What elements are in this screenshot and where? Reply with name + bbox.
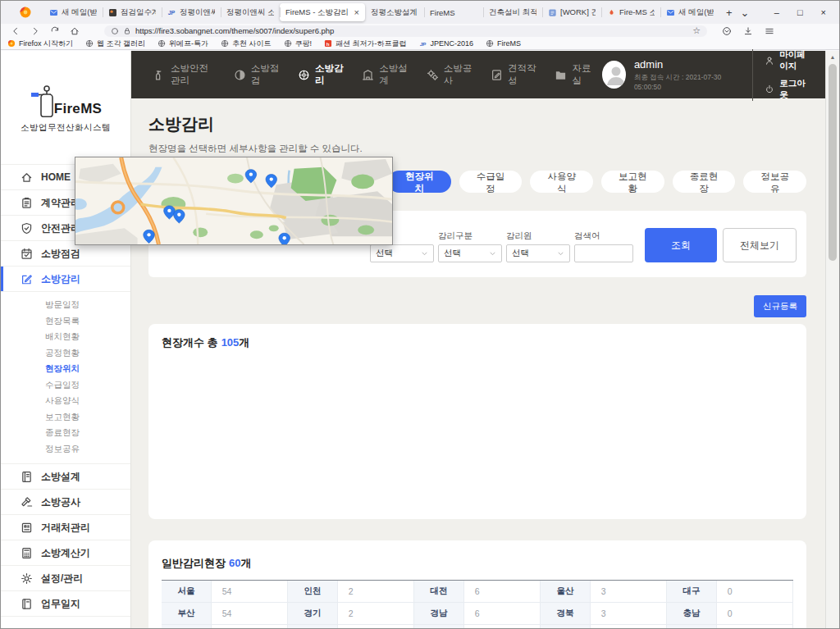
forward-icon[interactable] — [30, 26, 40, 36]
bookmark-item[interactable]: 위메프-특가 — [158, 39, 208, 49]
browser-tab[interactable]: 정평이앤씨 소방안전 — [221, 3, 280, 21]
sidebar-item-label: 소방계산기 — [41, 546, 90, 560]
app-logo[interactable]: FireMS 소방업무전산화시스템 — [1, 51, 130, 153]
scroll-up-icon[interactable]: ▲ — [826, 51, 839, 62]
download-icon[interactable] — [743, 26, 753, 36]
filter-select-supervisor[interactable]: 선택 — [506, 244, 570, 262]
sidebar-item[interactable]: 업무일지 — [1, 590, 130, 616]
bookmark-item[interactable]: JP JPENC-2016 — [419, 39, 474, 48]
bookmark-item[interactable]: FireMS — [486, 39, 521, 48]
browser-tab[interactable]: JP 정평이앤씨 소방 — [162, 3, 221, 21]
browser-tab[interactable]: 새 메일(받은메일 — [660, 3, 719, 21]
sidebar-subitem[interactable]: 종료현장 — [1, 425, 130, 441]
sidebar-subitem[interactable]: 사용양식 — [1, 393, 130, 409]
keyword-input[interactable] — [574, 244, 633, 262]
sidebar-subitem[interactable]: 공정현황 — [1, 345, 130, 362]
section-tab[interactable]: 종료현장 — [673, 171, 736, 193]
bookmark-item[interactable]: 쿠팡! — [284, 39, 313, 49]
sidebar-item[interactable]: 소방계산기 — [1, 540, 130, 565]
site-count-value: 105 — [221, 336, 240, 349]
firefox-icon[interactable] — [19, 6, 32, 19]
bookmark-item[interactable]: h 패션 최저가-하프클럽 — [324, 39, 407, 49]
region-cell: 전북 — [414, 625, 464, 628]
sidebar-subitem[interactable]: 수급일정 — [1, 377, 130, 394]
topnav-item[interactable]: 소방공사 — [418, 62, 482, 87]
region-cell: 서울 — [162, 581, 212, 602]
topnav-item[interactable]: 소방안전관리 — [144, 62, 225, 87]
register-button[interactable]: 신규등록 — [754, 295, 806, 317]
sidebar-item[interactable]: 소방감리 — [1, 266, 130, 291]
user-action[interactable]: 마이페이지 — [765, 49, 814, 72]
back-icon[interactable] — [11, 26, 21, 36]
section-tab[interactable]: 정보공유 — [743, 171, 806, 193]
topnav-item-label: 견적작성 — [508, 62, 536, 87]
url-field[interactable]: https://fire3.sobangnet.com/theme/s007/i… — [104, 25, 707, 37]
section-tab[interactable]: 현장위치 — [388, 171, 451, 193]
user-name: admin — [634, 58, 733, 71]
section-tab[interactable]: 보고현황 — [601, 171, 664, 193]
avatar[interactable] — [602, 61, 626, 89]
doc-icon — [548, 8, 557, 17]
browser-tab[interactable]: 건축설비 최적화 시스 — [483, 3, 542, 21]
view-all-button[interactable]: 전체보기 — [723, 228, 797, 262]
reload-icon[interactable] — [50, 26, 60, 36]
sidebar-subitem[interactable]: 보고현황 — [1, 409, 130, 426]
bookmark-item[interactable]: 웹 조각 갤러리 — [85, 39, 145, 49]
list-tabs-button[interactable]: ⌄ — [741, 7, 750, 18]
pocket-icon[interactable] — [722, 26, 732, 36]
sidebar-subitem[interactable]: 현장위치 — [1, 361, 130, 377]
new-tab-button[interactable]: + — [726, 7, 733, 18]
sidebar-subitem[interactable]: 배치현황 — [1, 329, 130, 345]
region-value-cell: 2 — [338, 625, 414, 628]
topnav-item[interactable]: 견적작성 — [482, 62, 546, 87]
browser-tab[interactable]: 정평소방설계 프로그 — [365, 3, 424, 21]
user-action[interactable]: 로그아웃 — [765, 78, 814, 101]
page-scrollbar[interactable]: ▲ — [825, 51, 839, 628]
tab-label: FireMS - 소방감리 — [285, 7, 349, 18]
topnav-item[interactable]: 소방점검 — [225, 62, 289, 87]
topnav-item[interactable]: 소방설계 — [353, 62, 417, 87]
sidebar-item[interactable]: 거래처관리 — [1, 514, 130, 540]
url-text[interactable]: https://fire3.sobangnet.com/theme/s007/i… — [135, 26, 688, 35]
browser-tabbar: 새 메일(받은메일 점검일수계산기 JP 정평이앤씨 소방 — [1, 1, 839, 24]
window-minimize-button[interactable]: – — [774, 7, 779, 17]
bookmark-item[interactable]: Firefox 시작하기 — [7, 39, 73, 49]
filter-select-supervision-type[interactable]: 선택 — [438, 244, 502, 262]
home-icon[interactable] — [70, 26, 80, 36]
browser-tab[interactable]: FireMS - 소방감리 × — [280, 3, 365, 21]
section-tab[interactable]: 수급일정 — [459, 171, 523, 193]
sidebar-subitem[interactable]: 방문일정 — [1, 297, 130, 313]
browser-tab[interactable]: FireMS — [424, 3, 483, 21]
browser-tab[interactable]: Fire-MS 소방넷 — [601, 3, 660, 21]
browser-tab[interactable]: 점검일수계산기 — [103, 3, 162, 21]
map-overlay[interactable] — [75, 157, 393, 245]
bookmark-item[interactable]: 추천 사이트 — [221, 39, 272, 49]
shield-icon[interactable] — [111, 27, 119, 35]
filter-select-1[interactable]: 선택 — [370, 244, 434, 262]
topnav-item[interactable]: 자료실 — [546, 62, 602, 87]
sidebar-item[interactable]: 설정/관리 — [1, 565, 130, 590]
window-close-button[interactable]: × — [821, 7, 826, 17]
region-value-cell: 0 — [717, 625, 793, 628]
menu-icon[interactable] — [765, 26, 774, 36]
sidebar-item[interactable]: 소방공사 — [1, 489, 130, 514]
scrollbar-thumb[interactable] — [829, 64, 837, 261]
browser-tab[interactable]: [WORK] 건축설비 — [542, 3, 601, 21]
section-tab[interactable]: 사용양식 — [530, 171, 593, 193]
jp-icon: JP — [167, 8, 176, 17]
region-summary-card: 일반감리현장60개 서울54인천2대전6울산3대구0부산54경기2경남6경북3충… — [148, 540, 806, 628]
section-tabs: 현장위치 수급일정 사용양식 보고현황 종료현장 정보공유 — [388, 171, 806, 193]
bookmark-star-icon[interactable]: ☆ — [692, 25, 701, 36]
sidebar-subitem[interactable]: 정보공유 — [1, 441, 130, 458]
window-maximize-button[interactable]: □ — [797, 7, 803, 17]
sidebar-subitem[interactable]: 현장목록 — [1, 313, 130, 330]
browser-tab[interactable]: 새 메일(받은메일 — [43, 3, 103, 21]
sidebar-item[interactable]: 소방설계 — [1, 463, 130, 489]
region-value-cell: 54 — [212, 581, 288, 602]
search-button[interactable]: 조회 — [645, 228, 717, 262]
table-row: 부산54경기2경남6경북3충남0 — [162, 603, 793, 625]
fire-icon — [607, 8, 616, 17]
topnav-item[interactable]: 소방감리 — [289, 62, 353, 87]
map-pin[interactable] — [279, 233, 290, 244]
tab-close-icon[interactable]: × — [353, 7, 359, 17]
